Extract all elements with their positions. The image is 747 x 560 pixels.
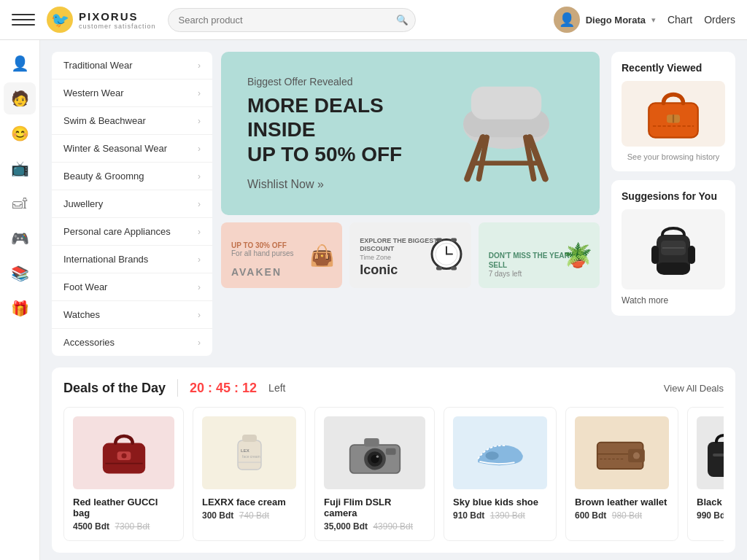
search-input[interactable] [168,8,416,32]
arrow-icon: › [198,116,201,126]
orders-link[interactable]: Orders [704,14,735,26]
logo-icon: 🐦 [47,7,73,33]
deals-title: Deals of the Day [63,381,166,396]
product-name-camera: Fuji Flim DSLR camera [324,497,425,518]
user-name: Diego Morata [586,15,646,26]
product-name-wallet: Brown leather wallet [575,497,669,508]
user-info[interactable]: 👤 Diego Morata ▾ [554,7,656,33]
svg-point-45 [485,451,498,459]
content-area: Traditional Wear › Western Wear › Swim &… [40,40,747,560]
product-image-black-bag [697,416,724,489]
avaken-brand: AVAKEN [231,266,332,278]
side-nav: 👤 🧑 😊 📺 🛋 🎮 📚 🎁 [0,40,40,560]
hero-banner: Biggest Offer Revealed MORE DEALS INSIDE… [221,52,600,215]
product-prices-gucci-bag: 4500 Bdt 7300 Bdt [73,521,174,532]
sidenav-books[interactable]: 📚 [4,257,36,289]
sidenav-person[interactable]: 🧑 [4,82,36,114]
suggestions-card: Suggesions for You [611,180,735,316]
product-prices-black-bag: 990 Bdt [697,510,724,521]
chart-link[interactable]: Chart [667,14,692,26]
product-image-wallet [575,416,669,489]
category-juwellery[interactable]: Juwellery › [52,190,212,218]
product-image-gucci-bag [73,416,174,489]
product-card-wallet[interactable]: Brown leather wallet 600 Bdt 980 Bdt [565,407,678,541]
svg-rect-15 [451,267,457,271]
recently-viewed-image [622,81,725,147]
hero-column: Biggest Offer Revealed MORE DEALS INSIDE… [221,52,600,356]
svg-rect-14 [436,267,442,271]
product-card-face-cream[interactable]: LEX face cream LEXRX face cream 300 Bdt … [193,407,306,541]
sidenav-gift[interactable]: 🎁 [4,292,36,324]
sidenav-user[interactable]: 👤 [4,47,36,79]
mini-banner-lamp[interactable]: DON'T MISS THE YEAR END SELL 7 days left… [479,222,600,288]
hero-area: Traditional Wear › Western Wear › Swim &… [52,52,600,356]
logo-sub: customer satisfaction [79,23,156,30]
lamp-image: 🪴 [563,241,592,269]
sidenav-game[interactable]: 🎮 [4,222,36,254]
category-winter-seasonal[interactable]: Winter & Seasonal Wear › [52,135,212,163]
arrow-icon: › [198,144,201,154]
watch-more-link[interactable]: Watch more [622,295,725,306]
category-personal-appliances[interactable]: Personal care Appliances › [52,218,212,246]
products-row: Red leather GUCCI bag 4500 Bdt 7300 Bdt … [63,407,724,541]
mini-banners: UP TO 30% OFF For all hand purses AVAKEN… [221,222,600,288]
suggestions-title: Suggesions for You [622,190,725,202]
lamp-sub: 7 days left [489,270,589,278]
category-traditional-wear[interactable]: Traditional Wear › [52,52,212,79]
product-prices-shoe: 910 Bdt 1390 Bdt [453,510,547,521]
sidenav-tv[interactable]: 📺 [4,152,36,184]
product-card-gucci-bag[interactable]: Red leather GUCCI bag 4500 Bdt 7300 Bdt [63,407,184,541]
product-prices-wallet: 600 Bdt 980 Bdt [575,510,669,521]
logo: 🐦 PIXORUS customer satisfaction [47,7,156,33]
sidenav-furniture[interactable]: 🛋 [4,187,36,219]
top-row: Traditional Wear › Western Wear › Swim &… [52,52,735,356]
category-swim-beachwear[interactable]: Swim & Beachwear › [52,107,212,135]
svg-rect-12 [436,238,442,242]
suggestion-image [622,209,725,289]
recently-viewed-title: Recently Viewed [622,62,725,74]
arrow-icon: › [198,254,201,265]
search-button[interactable]: 🔍 [396,15,409,26]
search-bar: 🔍 [168,8,416,32]
svg-rect-13 [451,238,457,242]
browsing-history-link[interactable]: See your browsing history [622,152,725,161]
header: 🐦 PIXORUS customer satisfaction 🔍 👤 Dieg… [0,0,747,40]
category-western-wear[interactable]: Western Wear › [52,79,212,107]
category-panel: Traditional Wear › Western Wear › Swim &… [52,52,212,356]
dropdown-arrow-icon: ▾ [651,15,656,25]
svg-text:face cream: face cream [242,454,260,459]
main-content: 👤 🧑 😊 📺 🛋 🎮 📚 🎁 Traditional Wear › [0,40,747,560]
product-card-black-bag[interactable]: Black 990 Bdt [687,407,724,541]
svg-point-49 [632,452,639,459]
avaken-image: 👜 [309,244,335,268]
category-international-brands[interactable]: International Brands › [52,246,212,273]
banner-main-text: MORE DEALS INSIDEUP TO 50% OFF [247,93,440,167]
header-right: 👤 Diego Morata ▾ Chart Orders [554,7,735,33]
category-beauty-grooming[interactable]: Beauty & Groomng › [52,163,212,190]
logo-name: PIXORUS [79,10,156,23]
recently-viewed-card: Recently Viewed [611,52,735,171]
category-accessories[interactable]: Accessories › [52,329,212,356]
menu-button[interactable] [12,8,35,31]
category-watches[interactable]: Watches › [52,301,212,329]
product-card-camera[interactable]: Fuji Flim DSLR camera 35,000 Bdt 43990 B… [314,407,435,541]
sidenav-face[interactable]: 😊 [4,117,36,149]
view-all-deals-link[interactable]: View All Deals [664,383,724,394]
mini-banner-avaken[interactable]: UP TO 30% OFF For all hand purses AVAKEN… [221,222,342,288]
svg-point-29 [121,454,126,459]
avatar: 👤 [554,7,580,33]
category-foot-wear[interactable]: Foot Wear › [52,273,212,301]
product-name-black-bag: Black [697,497,724,508]
svg-rect-53 [713,454,724,456]
mini-banner-iconic[interactable]: EXPLORE THE BIGGEST DISCOUNT Time Zone I… [349,222,471,288]
product-card-shoe[interactable]: Sky blue kids shoe 910 Bdt 1390 Bdt [444,407,557,541]
product-prices-face-cream: 300 Bdt 740 Bdt [202,510,296,521]
wishlist-button[interactable]: Wishlist Now » [247,178,440,191]
product-name-shoe: Sky blue kids shoe [453,497,547,508]
svg-rect-2 [471,87,541,120]
svg-point-42 [376,455,378,457]
wishlist-label: Wishlist Now » [247,178,324,191]
arrow-icon: › [198,227,201,237]
arrow-icon: › [198,310,201,320]
svg-rect-44 [385,448,395,455]
